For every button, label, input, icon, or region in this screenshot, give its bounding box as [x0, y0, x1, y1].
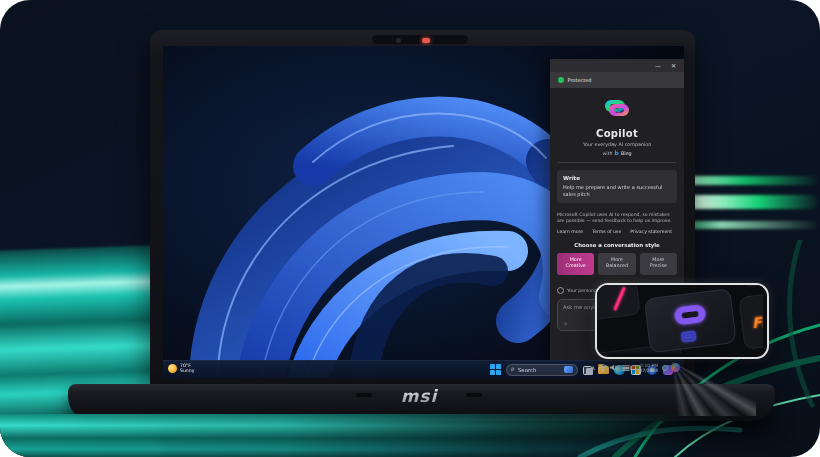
protected-label: Protected	[568, 77, 592, 83]
style-more-precise-button[interactable]: MorePrecise	[640, 253, 677, 275]
write-suggestion-card[interactable]: Write Help me prepare and write a succes…	[557, 170, 677, 203]
fn-key-label: Fn	[751, 313, 763, 331]
tray-date: 2/27/2024	[635, 368, 658, 373]
marketing-banner: 70°F Sunny ⌕ Search ∧	[0, 0, 820, 457]
battery-icon[interactable]	[622, 365, 632, 371]
sun-icon	[168, 364, 177, 373]
sparkle-icon: ✧	[563, 320, 568, 327]
wifi-icon[interactable]	[599, 364, 607, 371]
tray-clock[interactable]: 2:10 PM 2/27/2024	[635, 363, 658, 373]
panel-links-row: Learn more Terms of use Privacy statemen…	[557, 229, 677, 234]
write-card-body: Help me prepare and write a successful s…	[563, 184, 671, 198]
ai-disclaimer-text: Microsoft Copilot uses AI to respond, so…	[557, 212, 677, 224]
learn-more-link[interactable]: Learn more	[557, 229, 583, 234]
copilot-hero: Copilot Your everyday AI companion with …	[550, 88, 684, 156]
with-bing-row: with b Bing	[550, 150, 684, 156]
privacy-statement-link[interactable]: Privacy statement	[630, 229, 672, 234]
write-card-title: Write	[563, 175, 671, 181]
notification-bell-icon[interactable]	[662, 365, 668, 371]
teal-streak-bottom	[0, 414, 820, 457]
bing-label: Bing	[621, 151, 632, 156]
search-icon: ⌕	[511, 366, 515, 373]
search-placeholder: Search	[518, 367, 561, 373]
microphone-dot	[482, 38, 485, 41]
copilot-key-zoom-inset: Fn	[595, 283, 769, 359]
conversation-style-buttons: MoreCreative MoreBalanced MorePrecise	[557, 253, 677, 275]
protected-status-icon	[558, 77, 564, 83]
taskbar-widgets-button[interactable]: 70°F Sunny	[168, 363, 194, 374]
panel-divider	[558, 162, 676, 163]
bing-icon: b	[615, 150, 619, 156]
webcam-indicator-light	[422, 38, 430, 43]
panel-titlebar: — ✕	[550, 59, 684, 72]
copilot-title: Copilot	[550, 128, 684, 139]
conversation-style-heading: Choose a conversation style	[550, 242, 684, 248]
menu-key-glyph-icon	[682, 331, 696, 342]
copilot-logo-icon	[604, 95, 630, 121]
style-more-balanced-button[interactable]: MoreBalanced	[598, 253, 635, 275]
webcam-module	[372, 35, 468, 44]
copilot-tray-icon[interactable]	[671, 363, 680, 372]
hinge-left	[356, 393, 372, 397]
tray-overflow-chevron-icon[interactable]: ∧	[591, 365, 595, 371]
windows-taskbar: 70°F Sunny ⌕ Search ∧	[163, 360, 684, 379]
webcam-lens-icon	[396, 38, 401, 43]
weather-condition: Sunny	[180, 368, 194, 373]
copilot-subtitle: Your everyday AI companion	[550, 142, 684, 147]
start-button[interactable]	[489, 363, 502, 376]
taskbar-search-box[interactable]: ⌕ Search	[506, 364, 578, 376]
privacy-shield-icon	[557, 287, 564, 294]
close-button[interactable]: ✕	[671, 63, 676, 69]
volume-icon[interactable]	[610, 364, 618, 371]
hinge-right	[466, 393, 482, 397]
microphone-dot	[356, 38, 359, 41]
minimize-button[interactable]: —	[655, 63, 661, 69]
msi-brand-logo: msi	[384, 386, 454, 406]
style-more-creative-button[interactable]: MoreCreative	[557, 253, 594, 275]
terms-of-use-link[interactable]: Terms of use	[592, 229, 621, 234]
keyboard-keys-illustration: Fn	[597, 285, 763, 353]
protected-status-bar: Protected	[550, 72, 684, 88]
with-label: with	[602, 151, 612, 156]
search-highlight-icon	[564, 366, 573, 373]
